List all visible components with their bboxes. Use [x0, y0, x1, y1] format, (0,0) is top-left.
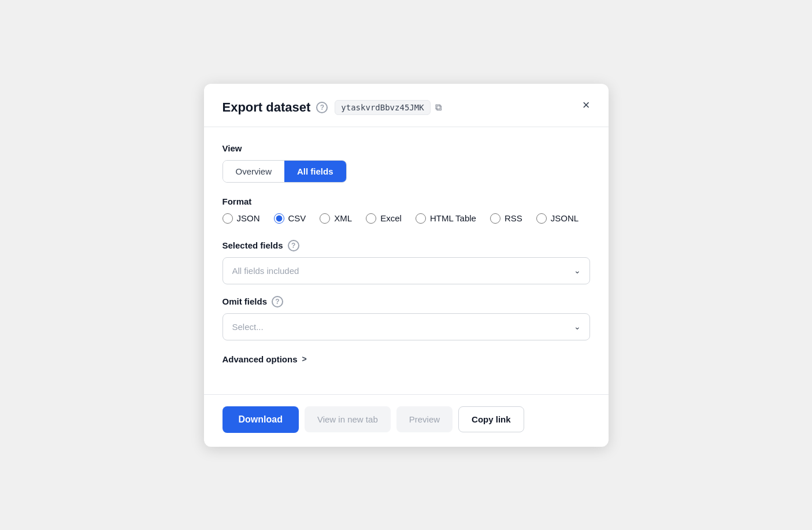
format-excel[interactable]: Excel [366, 213, 402, 224]
view-all-fields-button[interactable]: All fields [284, 161, 346, 182]
view-section: View Overview All fields [223, 143, 590, 183]
help-icon[interactable]: ? [316, 102, 328, 113]
format-xml-radio[interactable] [320, 213, 330, 224]
download-button[interactable]: Download [223, 406, 299, 433]
format-excel-label: Excel [380, 213, 402, 223]
format-label: Format [223, 197, 590, 206]
omit-fields-label: Omit fields [223, 296, 268, 306]
dataset-id-badge: ytaskvrdBbvz45JMK [335, 100, 430, 115]
omit-fields-section: Omit fields ? Select... ⌄ [223, 296, 590, 340]
selected-fields-dropdown[interactable]: All fields included [223, 257, 590, 284]
dialog-title: Export dataset [223, 100, 311, 115]
view-in-new-tab-button[interactable]: View in new tab [305, 406, 391, 432]
format-json-label: JSON [237, 213, 260, 223]
omit-fields-wrapper: Select... ⌄ [223, 313, 590, 340]
view-overview-button[interactable]: Overview [223, 161, 285, 182]
preview-button[interactable]: Preview [396, 406, 453, 432]
advanced-options-label: Advanced options [223, 354, 298, 364]
format-json-radio[interactable] [223, 213, 233, 224]
dialog-header: Export dataset ? ytaskvrdBbvz45JMK ⧉ × [204, 84, 609, 127]
close-button[interactable]: × [580, 97, 592, 114]
copy-icon[interactable]: ⧉ [435, 102, 442, 113]
omit-fields-dropdown[interactable]: Select... [223, 313, 590, 340]
format-xml-label: XML [334, 213, 352, 223]
format-rss-radio[interactable] [490, 213, 500, 224]
advanced-options-chevron: > [302, 354, 307, 364]
format-jsonl-radio[interactable] [536, 213, 547, 224]
view-toggle-group: Overview All fields [223, 160, 347, 183]
footer-buttons: Download View in new tab Preview Copy li… [204, 394, 609, 447]
selected-fields-header: Selected fields ? [223, 240, 590, 251]
omit-fields-help-icon[interactable]: ? [272, 296, 283, 307]
selected-fields-help-icon[interactable]: ? [288, 240, 299, 251]
format-section: Format JSON CSV XML Excel [223, 197, 590, 224]
selected-fields-label: Selected fields [223, 240, 283, 250]
format-csv[interactable]: CSV [274, 213, 306, 224]
view-label: View [223, 143, 590, 153]
format-csv-radio[interactable] [274, 213, 284, 224]
format-json[interactable]: JSON [223, 213, 260, 224]
selected-fields-wrapper: All fields included ⌄ [223, 257, 590, 284]
format-html-table-radio[interactable] [416, 213, 426, 224]
format-xml[interactable]: XML [320, 213, 352, 224]
selected-fields-section: Selected fields ? All fields included ⌄ [223, 240, 590, 284]
format-rss-label: RSS [505, 213, 522, 223]
advanced-options-toggle[interactable]: Advanced options > [223, 354, 590, 364]
format-radio-group: JSON CSV XML Excel HTML Table [223, 213, 590, 224]
format-excel-radio[interactable] [366, 213, 376, 224]
copy-link-button[interactable]: Copy link [458, 406, 524, 432]
export-dataset-dialog: Export dataset ? ytaskvrdBbvz45JMK ⧉ × V… [204, 84, 609, 447]
format-rss[interactable]: RSS [490, 213, 522, 224]
format-jsonl-label: JSONL [551, 213, 579, 223]
format-html-table-label: HTML Table [430, 213, 476, 223]
dialog-body: View Overview All fields Format JSON CSV [204, 127, 609, 394]
format-csv-label: CSV [288, 213, 306, 223]
format-html-table[interactable]: HTML Table [416, 213, 476, 224]
format-jsonl[interactable]: JSONL [536, 213, 579, 224]
omit-fields-header: Omit fields ? [223, 296, 590, 307]
